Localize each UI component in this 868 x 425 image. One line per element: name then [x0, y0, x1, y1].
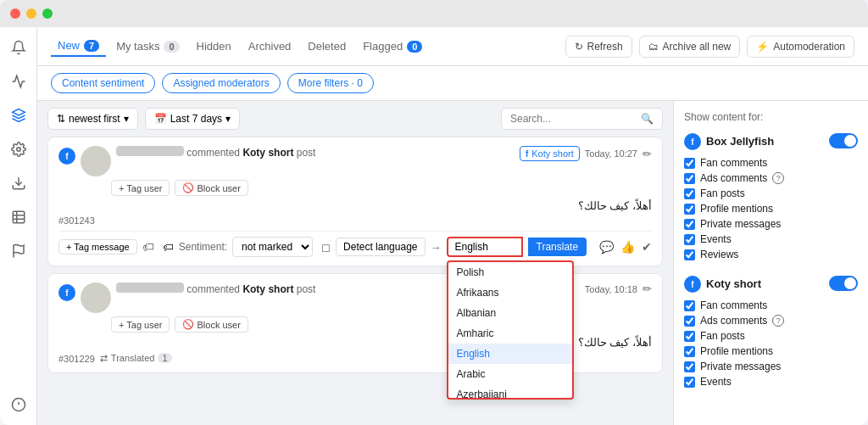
checkbox-input-ads-comments-ks[interactable]: [684, 316, 695, 327]
svg-point-1: [16, 148, 20, 152]
minimize-button[interactable]: [26, 8, 36, 19]
checkbox-input-fan-comments-ks[interactable]: [684, 300, 695, 311]
sidebar-icon-download[interactable]: [5, 170, 32, 197]
content-area: ⇅ newest first ▾ 📅 Last 7 days ▾ 🔍: [37, 101, 868, 425]
post-user-1: [116, 146, 184, 156]
post-source-badge-1: f Koty short: [520, 146, 580, 161]
checkbox-input-profile-mentions-bj[interactable]: [684, 204, 695, 215]
more-filters-button[interactable]: More filters · 0: [287, 73, 374, 93]
fb-icon-small-1: f: [526, 149, 528, 159]
svg-rect-3: [13, 211, 25, 223]
sidebar-icon-layers[interactable]: [5, 102, 32, 129]
refresh-button[interactable]: ↻ Refresh: [565, 36, 632, 58]
block-icon-2: 🚫: [182, 319, 194, 330]
checkbox-input-fan-posts-ks[interactable]: [684, 331, 695, 342]
checkbox-input-events-ks[interactable]: [684, 377, 695, 388]
tab-my-tasks[interactable]: My tasks 0: [109, 36, 186, 56]
block-user-button-2[interactable]: 🚫 Block user: [175, 316, 248, 333]
assigned-moderators-filter[interactable]: Assigned moderators: [162, 73, 280, 93]
checkbox-input-profile-mentions-ks[interactable]: [684, 346, 695, 357]
lang-option-arabic[interactable]: Arabic: [448, 364, 572, 384]
post-id-2: #301229: [58, 354, 95, 364]
tab-archived[interactable]: Archived: [242, 36, 298, 56]
date-range-button[interactable]: 📅 Last 7 days ▾: [145, 108, 240, 130]
search-input[interactable]: [510, 113, 637, 125]
toggle-knob-box-jellyfish: [844, 135, 856, 147]
avatar-2: [81, 282, 111, 313]
lang-option-azerbaijani[interactable]: Azerbaijani: [448, 384, 572, 398]
check-icon-1[interactable]: ✔: [642, 240, 652, 254]
checkbox-profile-mentions-ks: Profile mentions: [684, 344, 858, 359]
checkbox-input-ads-comments-bj[interactable]: [684, 173, 695, 184]
sidebar-icon-bell[interactable]: [5, 34, 32, 61]
post-timestamp-2: Today, 10:18: [585, 284, 637, 294]
post-user-2: [116, 282, 184, 293]
toggle-box-jellyfish[interactable]: [829, 133, 858, 148]
sort-icon: ⇅: [57, 113, 65, 125]
translate-row-1: + Tag message 🏷 🏷 Sentiment: not marked …: [58, 231, 652, 257]
comment-icon-1[interactable]: 💬: [599, 240, 614, 254]
sidebar-icon-info[interactable]: [5, 391, 32, 418]
dropdown-list-1: Polish Afrikaans Albanian Amharic Englis…: [448, 262, 572, 398]
maximize-button[interactable]: [42, 8, 53, 19]
sidebar-icon-chart[interactable]: [5, 68, 32, 95]
toggle-koty-short[interactable]: [829, 276, 858, 291]
checkbox-fan-posts-ks: Fan posts: [684, 328, 858, 344]
search-box[interactable]: 🔍: [501, 108, 663, 130]
post-timestamp-1: Today, 10:27: [585, 148, 637, 159]
tab-flagged[interactable]: Flagged 0: [356, 36, 429, 56]
sort-order-button[interactable]: ⇅ newest first ▾: [47, 108, 138, 130]
source-header-box-jellyfish: f Box Jellyfish: [684, 131, 858, 150]
content-sentiment-filter[interactable]: Content sentiment: [51, 73, 155, 93]
lang-option-polish[interactable]: Polish: [448, 262, 572, 282]
tag-user-button-2[interactable]: + Tag user: [111, 316, 170, 333]
tag-message-button-1[interactable]: + Tag message: [58, 239, 137, 254]
translate-button-1[interactable]: Translate: [528, 238, 587, 256]
checkbox-input-private-messages-ks[interactable]: [684, 361, 695, 372]
like-icon-1[interactable]: 👍: [620, 240, 635, 254]
sentiment-icon-1: 🏷: [142, 240, 154, 254]
icons-group-1: ◻: [321, 241, 331, 254]
lang-option-amharic[interactable]: Amharic: [448, 323, 572, 344]
checkbox-fan-comments-bj: Fan comments: [684, 155, 858, 171]
language-dropdown-1: Polish Afrikaans Albanian Amharic Englis…: [447, 260, 574, 400]
translated-badge-2: ⇄ Translated 1: [100, 353, 172, 364]
main-content: New 7 My tasks 0 Hidden Archived Deleted: [37, 27, 868, 425]
language-input-1[interactable]: [447, 237, 523, 257]
post-meta-1: commented Koty short post: [116, 146, 515, 159]
checkbox-input-private-messages-bj[interactable]: [684, 219, 695, 230]
lang-option-afrikaans[interactable]: Afrikaans: [448, 282, 572, 303]
post-text-1: أهلاً، كيف حالك؟: [58, 199, 652, 212]
automoderation-button[interactable]: ⚡ Automoderation: [747, 36, 854, 58]
tab-deleted[interactable]: Deleted: [301, 36, 353, 56]
sidebar-icon-flag[interactable]: [5, 238, 32, 265]
right-panel: Show content for: f Box Jellyfish: [673, 101, 868, 425]
fb-badge-koty-short: f: [684, 276, 701, 293]
archive-all-button[interactable]: 🗂 Archive all new: [639, 36, 741, 58]
checkbox-input-events-bj[interactable]: [684, 234, 695, 245]
lang-option-english[interactable]: English: [448, 344, 572, 364]
feed: ⇅ newest first ▾ 📅 Last 7 days ▾ 🔍: [37, 101, 673, 425]
block-user-button-1[interactable]: 🚫 Block user: [175, 180, 248, 196]
lang-option-albanian[interactable]: Albanian: [448, 303, 572, 323]
checkbox-input-reviews-bj[interactable]: [684, 249, 695, 260]
title-bar: [0, 0, 868, 27]
sentiment-label-1: Sentiment:: [179, 241, 227, 253]
sentiment-select-1[interactable]: not marked: [232, 237, 313, 257]
sentiment-icons-1: 🏷: [163, 241, 174, 254]
help-icon-ads-bj: ?: [772, 172, 784, 184]
detect-language-button-1[interactable]: Detect language: [336, 238, 425, 256]
refresh-icon: ↻: [575, 41, 583, 53]
tab-hidden[interactable]: Hidden: [190, 36, 238, 56]
checkbox-fan-posts-bj: Fan posts: [684, 186, 858, 201]
sidebar-icon-settings[interactable]: [5, 136, 32, 163]
automoderation-icon: ⚡: [756, 41, 769, 53]
tab-new[interactable]: New 7: [51, 36, 106, 57]
post-id-1: #301243: [58, 215, 652, 226]
checkbox-input-fan-posts-bj[interactable]: [684, 188, 695, 199]
sidebar-icon-table[interactable]: [5, 204, 32, 231]
close-button[interactable]: [10, 8, 20, 19]
source-box-jellyfish: f Box Jellyfish Fan comments: [684, 131, 858, 262]
tag-user-button-1[interactable]: + Tag user: [111, 180, 170, 196]
checkbox-input-fan-comments-bj[interactable]: [684, 158, 695, 169]
